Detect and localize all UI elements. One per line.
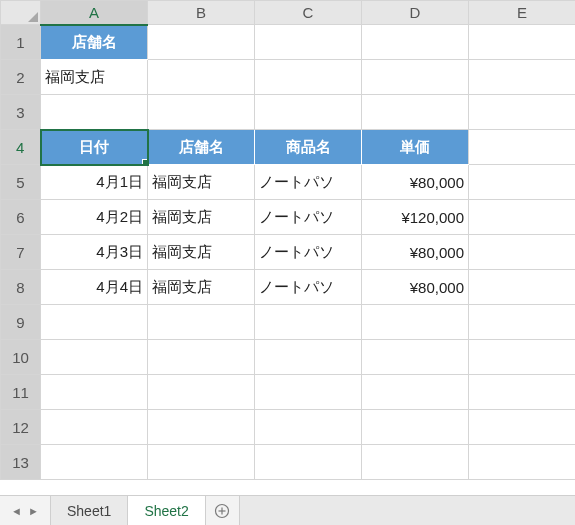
col-header-C[interactable]: C xyxy=(255,1,362,25)
cell-A3[interactable] xyxy=(41,95,148,130)
cell-E9[interactable] xyxy=(469,305,576,340)
sheet-nav-buttons[interactable]: ◄ ► xyxy=(0,496,50,525)
row-header-9[interactable]: 9 xyxy=(1,305,41,340)
cell-E13[interactable] xyxy=(469,445,576,480)
cell-B10[interactable] xyxy=(148,340,255,375)
cell-C6[interactable]: ノートパソ xyxy=(255,200,362,235)
cell-C11[interactable] xyxy=(255,375,362,410)
cell-B6[interactable]: 福岡支店 xyxy=(148,200,255,235)
cell-C8[interactable]: ノートパソ xyxy=(255,270,362,305)
row-header-5[interactable]: 5 xyxy=(1,165,41,200)
sheet-tab-bar: ◄ ► Sheet1 Sheet2 xyxy=(0,495,575,525)
cell-D6[interactable]: ¥120,000 xyxy=(362,200,469,235)
cell-E7[interactable] xyxy=(469,235,576,270)
col-header-B[interactable]: B xyxy=(148,1,255,25)
cell-E3[interactable] xyxy=(469,95,576,130)
cell-E1[interactable] xyxy=(469,25,576,60)
cell-A4[interactable]: 日付 xyxy=(41,130,148,165)
plus-circle-icon xyxy=(214,503,230,519)
cell-D9[interactable] xyxy=(362,305,469,340)
column-header-row: A B C D E xyxy=(1,1,576,25)
row-header-13[interactable]: 13 xyxy=(1,445,41,480)
cell-C3[interactable] xyxy=(255,95,362,130)
cell-E10[interactable] xyxy=(469,340,576,375)
cell-A1[interactable]: 店舗名 xyxy=(41,25,148,60)
cell-B7[interactable]: 福岡支店 xyxy=(148,235,255,270)
new-sheet-button[interactable] xyxy=(206,496,240,525)
cell-E8[interactable] xyxy=(469,270,576,305)
cell-A2[interactable]: 福岡支店 xyxy=(41,60,148,95)
triangle-left-icon[interactable]: ◄ xyxy=(11,505,22,517)
cell-B11[interactable] xyxy=(148,375,255,410)
cell-A9[interactable] xyxy=(41,305,148,340)
cell-B4[interactable]: 店舗名 xyxy=(148,130,255,165)
cell-D7[interactable]: ¥80,000 xyxy=(362,235,469,270)
row-header-8[interactable]: 8 xyxy=(1,270,41,305)
row-header-7[interactable]: 7 xyxy=(1,235,41,270)
cell-E11[interactable] xyxy=(469,375,576,410)
cell-D1[interactable] xyxy=(362,25,469,60)
cell-B8[interactable]: 福岡支店 xyxy=(148,270,255,305)
cell-D5[interactable]: ¥80,000 xyxy=(362,165,469,200)
row-header-1[interactable]: 1 xyxy=(1,25,41,60)
cell-E2[interactable] xyxy=(469,60,576,95)
row-header-11[interactable]: 11 xyxy=(1,375,41,410)
cell-D13[interactable] xyxy=(362,445,469,480)
cell-D10[interactable] xyxy=(362,340,469,375)
row-header-3[interactable]: 3 xyxy=(1,95,41,130)
cell-C13[interactable] xyxy=(255,445,362,480)
cell-C9[interactable] xyxy=(255,305,362,340)
cell-A11[interactable] xyxy=(41,375,148,410)
cell-B2[interactable] xyxy=(148,60,255,95)
select-all-corner[interactable] xyxy=(1,1,41,25)
cell-B9[interactable] xyxy=(148,305,255,340)
cell-A5[interactable]: 4月1日 xyxy=(41,165,148,200)
cell-D3[interactable] xyxy=(362,95,469,130)
cell-A7[interactable]: 4月3日 xyxy=(41,235,148,270)
cell-E4[interactable] xyxy=(469,130,576,165)
cell-D12[interactable] xyxy=(362,410,469,445)
cell-E6[interactable] xyxy=(469,200,576,235)
cell-B1[interactable] xyxy=(148,25,255,60)
cell-A6[interactable]: 4月2日 xyxy=(41,200,148,235)
cell-D2[interactable] xyxy=(362,60,469,95)
cell-A10[interactable] xyxy=(41,340,148,375)
col-header-E[interactable]: E xyxy=(469,1,576,25)
cell-C5[interactable]: ノートパソ xyxy=(255,165,362,200)
cell-C1[interactable] xyxy=(255,25,362,60)
cell-B13[interactable] xyxy=(148,445,255,480)
cell-C12[interactable] xyxy=(255,410,362,445)
row-header-2[interactable]: 2 xyxy=(1,60,41,95)
cell-A12[interactable] xyxy=(41,410,148,445)
spreadsheet-grid[interactable]: A B C D E 1 店舗名 2 福岡支店 3 4 日付 店舗名 商品名 単価 xyxy=(0,0,575,480)
cell-B12[interactable] xyxy=(148,410,255,445)
row-header-6[interactable]: 6 xyxy=(1,200,41,235)
col-header-D[interactable]: D xyxy=(362,1,469,25)
row-header-4[interactable]: 4 xyxy=(1,130,41,165)
cell-E5[interactable] xyxy=(469,165,576,200)
col-header-A[interactable]: A xyxy=(41,1,148,25)
cell-A8[interactable]: 4月4日 xyxy=(41,270,148,305)
sheet-tab-2[interactable]: Sheet2 xyxy=(128,496,205,525)
cell-D4[interactable]: 単価 xyxy=(362,130,469,165)
cell-C10[interactable] xyxy=(255,340,362,375)
cell-C7[interactable]: ノートパソ xyxy=(255,235,362,270)
cell-B3[interactable] xyxy=(148,95,255,130)
cell-A13[interactable] xyxy=(41,445,148,480)
cell-E12[interactable] xyxy=(469,410,576,445)
row-header-10[interactable]: 10 xyxy=(1,340,41,375)
cell-C2[interactable] xyxy=(255,60,362,95)
cell-B5[interactable]: 福岡支店 xyxy=(148,165,255,200)
triangle-right-icon[interactable]: ► xyxy=(28,505,39,517)
tabbar-spacer xyxy=(240,496,575,525)
sheet-tab-1[interactable]: Sheet1 xyxy=(50,496,128,525)
cell-C4[interactable]: 商品名 xyxy=(255,130,362,165)
cell-D8[interactable]: ¥80,000 xyxy=(362,270,469,305)
cell-D11[interactable] xyxy=(362,375,469,410)
row-header-12[interactable]: 12 xyxy=(1,410,41,445)
